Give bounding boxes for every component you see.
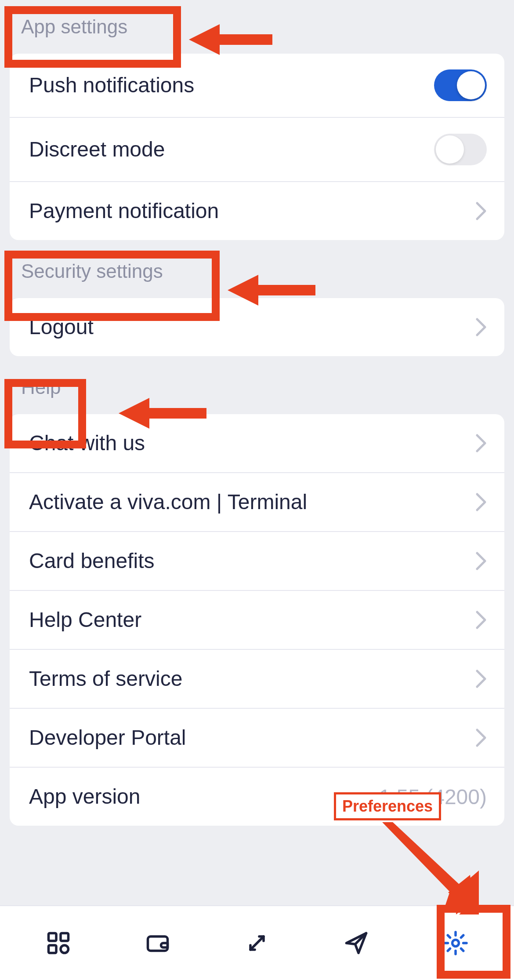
send-icon xyxy=(343,930,369,956)
section-header-app-settings: App settings xyxy=(0,0,514,54)
wallet-icon xyxy=(145,930,171,956)
row-activate-terminal[interactable]: Activate a viva.com | Terminal xyxy=(10,472,504,531)
group-help: Chat with us Activate a viva.com | Termi… xyxy=(10,414,504,826)
row-help-center[interactable]: Help Center xyxy=(10,590,504,649)
row-label: Push notifications xyxy=(29,72,194,98)
row-chat-with-us[interactable]: Chat with us xyxy=(10,414,504,472)
tab-send[interactable] xyxy=(330,917,383,969)
row-label: App version xyxy=(29,783,140,810)
row-label: Developer Portal xyxy=(29,725,186,751)
row-developer-portal[interactable]: Developer Portal xyxy=(10,708,504,767)
row-label: Activate a viva.com | Terminal xyxy=(29,489,307,515)
dashboard-icon xyxy=(45,930,72,956)
svg-marker-13 xyxy=(448,871,479,897)
row-label: Discreet mode xyxy=(29,136,165,163)
tab-settings[interactable] xyxy=(429,917,482,969)
bottom-tab-bar xyxy=(0,905,514,980)
chevron-right-icon xyxy=(475,492,487,512)
svg-rect-2 xyxy=(49,945,57,953)
row-payment-notification[interactable]: Payment notification xyxy=(10,181,504,240)
tab-wallet[interactable] xyxy=(131,917,184,969)
svg-point-5 xyxy=(452,940,459,947)
chevron-right-icon xyxy=(475,317,487,337)
svg-rect-0 xyxy=(49,933,57,941)
row-label: Payment notification xyxy=(29,198,219,224)
row-label: Card benefits xyxy=(29,548,155,574)
row-push-notifications[interactable]: Push notifications xyxy=(10,54,504,117)
svg-marker-12 xyxy=(382,822,466,899)
toggle-knob xyxy=(436,135,464,164)
row-label: Chat with us xyxy=(29,430,145,456)
transfer-icon xyxy=(244,930,270,956)
svg-rect-1 xyxy=(61,933,69,941)
row-discreet-mode[interactable]: Discreet mode xyxy=(10,117,504,181)
gear-icon xyxy=(442,930,469,956)
svg-marker-15 xyxy=(448,875,474,910)
chevron-right-icon xyxy=(475,669,487,689)
svg-point-3 xyxy=(61,945,69,953)
row-app-version: App version v1.55 (4200) xyxy=(10,767,504,826)
app-version-value: v1.55 (4200) xyxy=(368,785,487,809)
chevron-right-icon xyxy=(475,434,487,453)
tab-transfer[interactable] xyxy=(231,917,283,969)
group-app-settings: Push notifications Discreet mode Payment… xyxy=(10,54,504,240)
toggle-knob xyxy=(457,71,485,99)
group-security-settings: Logout xyxy=(10,298,504,356)
row-card-benefits[interactable]: Card benefits xyxy=(10,531,504,590)
chevron-right-icon xyxy=(475,551,487,571)
chevron-right-icon xyxy=(475,201,487,221)
row-terms-of-service[interactable]: Terms of service xyxy=(10,649,504,708)
chevron-right-icon xyxy=(475,610,487,630)
section-header-help: Help xyxy=(0,356,514,414)
toggle-discreet-mode[interactable] xyxy=(434,134,487,165)
row-logout[interactable]: Logout xyxy=(10,298,504,356)
tab-dashboard[interactable] xyxy=(32,917,85,969)
row-label: Logout xyxy=(29,314,94,340)
section-header-security-settings: Security settings xyxy=(0,240,514,298)
row-label: Terms of service xyxy=(29,666,182,692)
annotation-arrow xyxy=(382,822,479,914)
toggle-push-notifications[interactable] xyxy=(434,69,487,101)
row-label: Help Center xyxy=(29,607,141,633)
chevron-right-icon xyxy=(475,728,487,747)
